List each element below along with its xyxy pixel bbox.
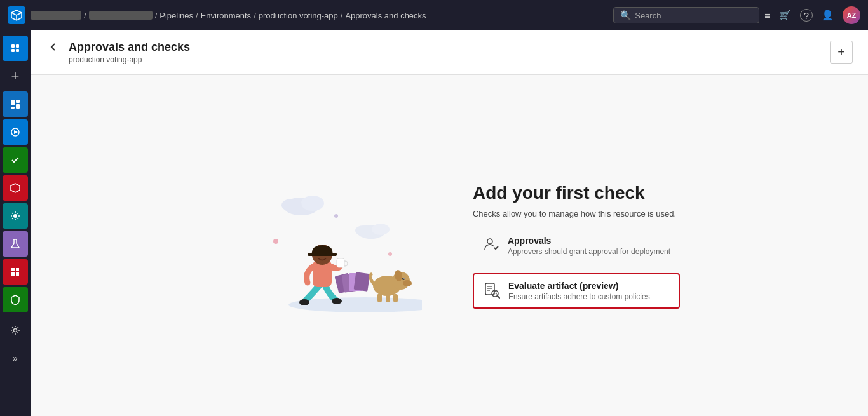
approvals-icon (482, 237, 500, 252)
page-header: Approvals and checks production voting-a… (31, 30, 868, 75)
sidebar-item-home[interactable] (3, 36, 28, 61)
svg-rect-46 (308, 253, 337, 256)
sidebar-item-testplans[interactable] (3, 147, 28, 173)
sidebar-item-add[interactable]: + (3, 64, 28, 89)
approvals-title: Approvals (508, 236, 670, 246)
evaluate-artifact-title: Evaluate artifact (preview) (508, 281, 650, 291)
svg-point-47 (317, 253, 320, 256)
sidebar-item-pipelines[interactable] (3, 119, 28, 145)
svg-rect-16 (16, 272, 19, 276)
svg-rect-15 (11, 272, 15, 276)
page-subtitle: production voting-app (69, 55, 190, 64)
main-layout: + » (0, 30, 868, 416)
approvals-desc: Approvers should grant approval for depl… (508, 247, 670, 256)
add-check-button[interactable]: + (830, 41, 853, 64)
evaluate-artifact-option[interactable]: Evaluate artifact (preview) Ensure artif… (473, 273, 680, 309)
sidebar-item-security[interactable] (3, 287, 28, 312)
svg-rect-40 (393, 294, 398, 302)
evaluate-artifact-icon (483, 282, 501, 299)
sidebar-item-boards[interactable] (3, 91, 28, 117)
svg-point-26 (388, 252, 392, 256)
person-icon[interactable]: 👤 (822, 10, 834, 21)
svg-rect-8 (11, 107, 15, 109)
svg-rect-38 (377, 293, 382, 302)
breadcrumb-environments[interactable]: Environments (201, 11, 251, 20)
svg-line-55 (498, 296, 499, 298)
back-button[interactable] (46, 41, 61, 53)
svg-point-27 (334, 214, 338, 218)
svg-rect-14 (16, 268, 19, 271)
page-title: Approvals and checks (69, 41, 190, 54)
empty-state-illustration (219, 168, 422, 323)
app-logo[interactable] (8, 6, 25, 24)
svg-point-36 (403, 278, 404, 278)
svg-rect-6 (16, 100, 20, 103)
sidebar-item-marketplace[interactable] (3, 259, 28, 285)
top-navigation: / / Pipelines / Environments / productio… (0, 0, 868, 30)
main-content: Add your first check Checks allow you to… (31, 75, 868, 416)
svg-point-20 (301, 196, 324, 211)
user-avatar[interactable]: AZ (843, 6, 860, 24)
svg-point-49 (487, 239, 492, 244)
notifications-icon[interactable]: ≡ (764, 10, 770, 21)
svg-rect-39 (386, 294, 390, 302)
breadcrumb-pipelines[interactable]: Pipelines (159, 11, 193, 20)
svg-point-23 (372, 224, 390, 235)
breadcrumb-production[interactable]: production voting-app (259, 11, 338, 20)
sidebar: + » (0, 30, 31, 416)
search-box[interactable]: 🔍 Search (613, 7, 759, 23)
search-placeholder: Search (635, 11, 661, 20)
svg-rect-1 (11, 44, 15, 48)
sidebar-bottom: » (3, 318, 28, 371)
project-name-blur (89, 11, 153, 20)
shopping-icon[interactable]: 🛒 (779, 10, 791, 21)
svg-point-11 (13, 214, 17, 218)
svg-point-25 (273, 239, 278, 244)
right-panel: Add your first check Checks allow you to… (473, 182, 680, 309)
svg-rect-5 (11, 100, 15, 105)
page-header-left: Approvals and checks production voting-a… (46, 41, 190, 64)
svg-point-48 (325, 253, 327, 256)
top-nav-icons: ≡ 🛒 ? 👤 AZ (764, 6, 860, 24)
help-icon[interactable]: ? (800, 9, 813, 22)
content-area: Approvals and checks production voting-a… (31, 30, 868, 416)
approvals-text: Approvals Approvers should grant approva… (508, 236, 670, 256)
svg-rect-7 (16, 104, 20, 109)
page-title-group: Approvals and checks production voting-a… (69, 41, 190, 64)
svg-point-17 (14, 329, 17, 332)
sidebar-item-deploy[interactable] (3, 203, 28, 229)
svg-rect-2 (16, 44, 19, 48)
svg-rect-13 (11, 268, 15, 271)
svg-rect-44 (337, 258, 344, 267)
svg-rect-31 (353, 272, 370, 292)
svg-rect-4 (16, 49, 19, 52)
svg-marker-10 (14, 130, 18, 134)
svg-point-41 (299, 299, 309, 305)
search-icon: 🔍 (620, 10, 631, 20)
breadcrumb-approvals[interactable]: Approvals and checks (345, 11, 426, 20)
approvals-option[interactable]: Approvals Approvers should grant approva… (473, 229, 680, 263)
svg-point-21 (281, 199, 302, 211)
evaluate-artifact-text: Evaluate artifact (preview) Ensure artif… (508, 281, 650, 301)
sidebar-item-lab[interactable] (3, 231, 28, 257)
org-name-blur (31, 11, 81, 20)
org-info: / / Pipelines / Environments / productio… (31, 11, 426, 20)
sidebar-item-settings[interactable] (3, 318, 28, 343)
evaluate-artifact-desc: Ensure artifacts adhere to custom polici… (508, 292, 650, 301)
svg-point-42 (332, 298, 342, 304)
svg-point-35 (402, 278, 405, 280)
main-description: Checks allow you to manage how this reso… (473, 209, 680, 218)
main-heading: Add your first check (473, 182, 680, 204)
svg-rect-3 (11, 49, 15, 52)
svg-point-34 (403, 280, 412, 286)
svg-rect-50 (485, 283, 494, 295)
sidebar-item-artifacts[interactable] (3, 175, 28, 201)
svg-point-24 (355, 225, 372, 236)
sidebar-item-expand[interactable]: » (3, 346, 28, 371)
